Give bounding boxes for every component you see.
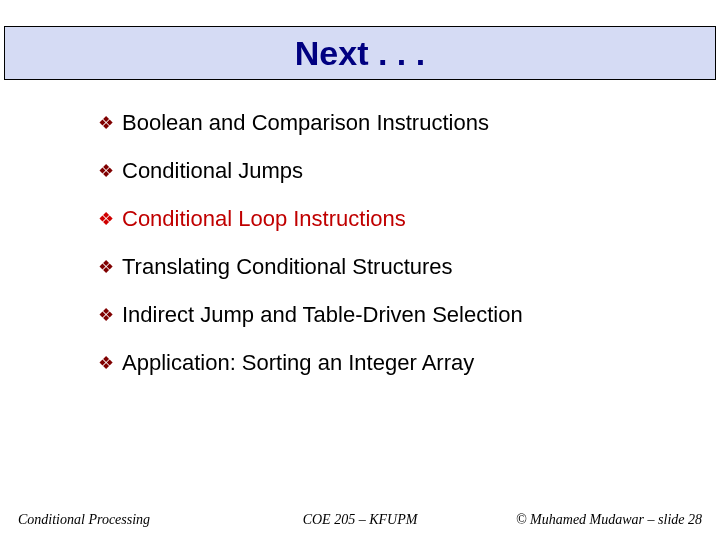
item-label-current: Conditional Loop Instructions <box>122 206 406 232</box>
footer-right-text: © Muhamed Mudawar – slide 28 <box>474 512 702 528</box>
footer-center-text: COE 205 – KFUPM <box>246 512 474 528</box>
item-label: Conditional Jumps <box>122 158 303 184</box>
list-item: ❖ Conditional Jumps <box>98 158 660 184</box>
slide-title: Next . . . <box>295 34 425 73</box>
diamond-bullet-icon: ❖ <box>98 110 114 136</box>
item-label: Translating Conditional Structures <box>122 254 453 280</box>
list-item: ❖ Indirect Jump and Table-Driven Selecti… <box>98 302 660 328</box>
footer-left-text: Conditional Processing <box>18 512 246 528</box>
diamond-bullet-icon: ❖ <box>98 158 114 184</box>
list-item: ❖ Conditional Loop Instructions <box>98 206 660 232</box>
title-bar: Next . . . <box>4 26 716 80</box>
item-label: Indirect Jump and Table-Driven Selection <box>122 302 523 328</box>
diamond-bullet-icon: ❖ <box>98 254 114 280</box>
diamond-bullet-icon: ❖ <box>98 206 114 232</box>
footer: Conditional Processing COE 205 – KFUPM ©… <box>0 510 720 530</box>
item-label: Boolean and Comparison Instructions <box>122 110 489 136</box>
diamond-bullet-icon: ❖ <box>98 302 114 328</box>
list-item: ❖ Application: Sorting an Integer Array <box>98 350 660 376</box>
diamond-bullet-icon: ❖ <box>98 350 114 376</box>
list-item: ❖ Boolean and Comparison Instructions <box>98 110 660 136</box>
list-item: ❖ Translating Conditional Structures <box>98 254 660 280</box>
content-list: ❖ Boolean and Comparison Instructions ❖ … <box>98 110 660 398</box>
item-label: Application: Sorting an Integer Array <box>122 350 474 376</box>
